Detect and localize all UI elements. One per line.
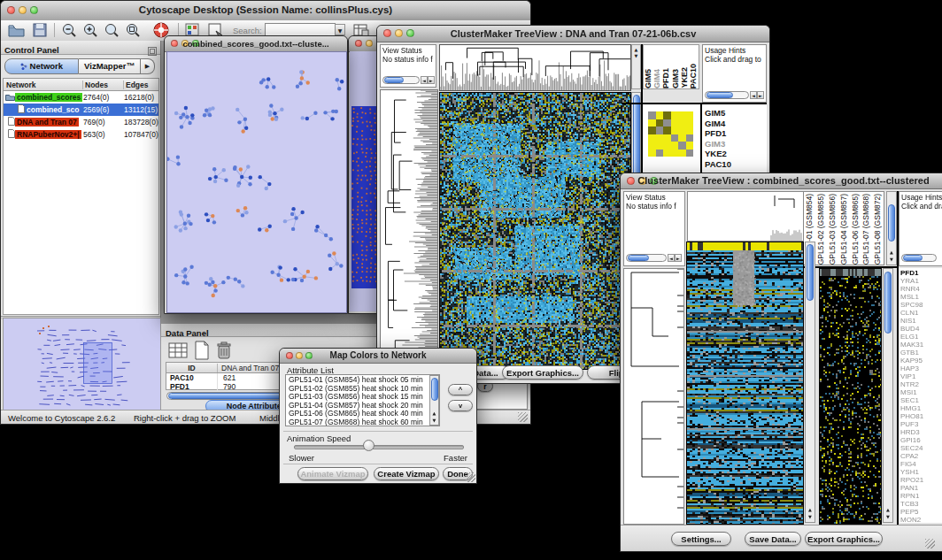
attribute-list-vscrollbar[interactable]: ▲ ▼ — [429, 375, 439, 426]
tv2-gene-label[interactable]: NIS1 — [900, 317, 923, 325]
open-file-icon[interactable] — [8, 23, 25, 41]
vscroll-thumb[interactable] — [633, 95, 640, 179]
tv2-label-vscrollbar[interactable]: ▲ ▼ — [886, 191, 897, 265]
matrix-cell[interactable] — [686, 127, 694, 134]
search-dropdown-button[interactable]: ▼ — [335, 24, 345, 35]
tv2-heatmap-vscrollbar[interactable]: ▲ ▼ — [805, 242, 815, 523]
zoom-in-icon[interactable] — [82, 23, 98, 42]
matrix-cell[interactable] — [686, 142, 694, 150]
matrix-cell[interactable] — [656, 119, 664, 127]
tv2-gene-label[interactable]: BUD4 — [900, 325, 923, 333]
tv2-gene-label[interactable]: FIG4 — [900, 460, 923, 468]
tv2-gene-label[interactable]: CLN1 — [900, 309, 923, 317]
matrix-cell[interactable] — [686, 150, 694, 157]
tv2-column-dendrogram[interactable] — [687, 191, 806, 242]
tv1-status-hscrollbar[interactable] — [382, 76, 420, 84]
close-button[interactable] — [355, 40, 362, 47]
tv2-column-label[interactable]: GPL51-07 (GSM868) — [862, 194, 870, 265]
trash-icon[interactable] — [216, 341, 232, 364]
matrix-cell[interactable] — [656, 142, 664, 150]
tv2-gene-label[interactable]: SEC24 — [900, 444, 923, 452]
scroll-left-button[interactable]: ◄ — [421, 76, 428, 84]
vscroll-thumb[interactable] — [884, 272, 892, 334]
tv2-gene-label[interactable]: RPO21 — [900, 476, 923, 484]
treeview1-titlebar[interactable]: ClusterMaker TreeView : DNA and Tran 07-… — [377, 26, 769, 42]
dialog-titlebar[interactable]: Map Colors to Network — [280, 349, 476, 364]
float-panel-icon[interactable] — [148, 43, 157, 59]
tv1-gene-label[interactable]: GIM5 — [705, 108, 731, 119]
matrix-cell[interactable] — [648, 150, 656, 157]
tv2-gene-label[interactable]: HMG1 — [900, 404, 923, 412]
tv2-gene-label[interactable]: HRD3 — [900, 428, 923, 436]
matrix-cell[interactable] — [656, 150, 664, 157]
tv1-column-label[interactable]: PAC10 — [690, 64, 698, 88]
tv2-gene-label[interactable]: SPC98 — [900, 301, 923, 309]
tv2-column-label[interactable]: GPL51-08 (GSM872) — [874, 194, 882, 265]
tv2-gene-label[interactable]: PEP5 — [900, 508, 923, 516]
tv1-column-dendrogram[interactable] — [439, 44, 631, 91]
col-id[interactable]: ID — [166, 364, 218, 372]
move-down-button[interactable]: v — [448, 400, 473, 411]
matrix-cell[interactable] — [648, 134, 656, 142]
matrix-cell[interactable] — [656, 134, 664, 142]
matrix-cell[interactable] — [648, 111, 656, 119]
network-view-canvas[interactable] — [166, 51, 347, 313]
network-tree-row[interactable]: combined_scores2764(0)16218(0) — [4, 91, 158, 104]
tv1-column-label[interactable]: PFD1 — [662, 68, 670, 88]
network-overview-minimap[interactable] — [3, 318, 161, 411]
vscroll-thumb[interactable] — [888, 204, 895, 242]
matrix-cell[interactable] — [656, 111, 664, 119]
tv1-gene-label[interactable]: GIM4 — [705, 119, 731, 129]
tv2-settings-button[interactable]: Settings... — [671, 532, 731, 546]
search-input[interactable] — [265, 23, 336, 36]
tv2-gene-label[interactable]: NTR2 — [900, 380, 923, 388]
dialog-resize-grip[interactable] — [466, 472, 475, 482]
tv2-column-label[interactable]: GPL51-03 (GSM856) — [829, 194, 837, 265]
network-a-titlebar[interactable]: combined_scores_good.txt--cluste... — [165, 36, 347, 52]
attribute-list-item[interactable]: GPL51-07 (GSM868) heat shock 60 min — [289, 418, 439, 426]
matrix-cell[interactable] — [663, 150, 671, 157]
scroll-left-button[interactable]: ◄ — [668, 254, 675, 262]
tv1-column-label[interactable]: YKE2 — [681, 67, 689, 88]
speed-slider-thumb[interactable] — [363, 440, 374, 451]
tv2-gene-label[interactable]: CPA2 — [900, 452, 923, 460]
tab-overflow-button[interactable]: ▶ — [141, 58, 155, 74]
tv2-gene-label[interactable]: MAK31 — [900, 341, 923, 349]
matrix-cell[interactable] — [671, 111, 679, 119]
matrix-cell[interactable] — [678, 150, 686, 157]
vscroll-thumb[interactable] — [431, 378, 438, 401]
main-titlebar[interactable]: Cytoscape Desktop (Session Name: collins… — [1, 1, 530, 21]
matrix-cell[interactable] — [686, 119, 694, 127]
matrix-cell[interactable] — [648, 119, 656, 127]
tv2-gene-label[interactable]: GTB1 — [900, 349, 923, 357]
network-tree-row[interactable]: RNAPuberNov2+|563(0)107847(0) — [4, 128, 158, 141]
matrix-cell[interactable] — [671, 119, 679, 127]
matrix-cell[interactable] — [663, 111, 671, 119]
treeview2-titlebar[interactable]: ClusterMaker TreeView : combined_scores_… — [621, 173, 942, 189]
tv2-gene-label[interactable]: PFD1 — [900, 269, 923, 277]
tv2-gene-label[interactable]: SEC1 — [900, 396, 923, 404]
tv2-gene-label[interactable]: YRA1 — [900, 277, 923, 285]
tab-network[interactable]: Network — [4, 58, 79, 74]
tv2-gene-label[interactable]: YSH1 — [900, 468, 923, 476]
zoom-fit-icon[interactable] — [104, 23, 120, 42]
tv2-gene-label[interactable]: RPN1 — [900, 492, 923, 500]
tv1-label-scroll-strip[interactable]: ▲▼ — [631, 44, 641, 89]
col-nodes[interactable]: Nodes — [83, 81, 124, 89]
tv2-column-label[interactable]: GPL51-02 (GSM855) — [817, 194, 825, 265]
matrix-cell[interactable] — [656, 127, 664, 134]
table-grid-icon[interactable] — [168, 341, 188, 363]
tv1-gene-label[interactable]: YKE2 — [705, 149, 731, 159]
save-icon[interactable] — [33, 23, 47, 41]
tv1-gene-label[interactable]: PFD1 — [705, 128, 731, 139]
tv2-gene-label[interactable]: ELG1 — [900, 333, 923, 341]
matrix-cell[interactable] — [663, 127, 671, 134]
network-tree-row[interactable]: DNA and Tran 07769(0)183728(0) — [4, 116, 158, 128]
tv1-usage-hscrollbar[interactable] — [705, 91, 749, 99]
main-resize-grip[interactable] — [518, 412, 528, 422]
matrix-cell[interactable] — [671, 127, 679, 134]
matrix-cell[interactable] — [663, 142, 671, 150]
matrix-cell[interactable] — [648, 127, 656, 134]
col-edges[interactable]: Edges — [124, 81, 158, 89]
tv2-gene-label[interactable]: KAP95 — [900, 357, 923, 364]
